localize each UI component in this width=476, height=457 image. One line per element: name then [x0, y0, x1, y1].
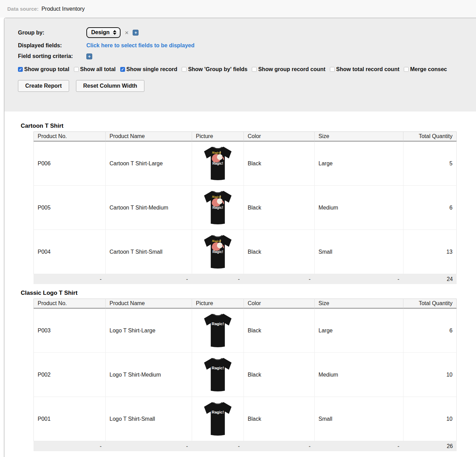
- cell-picture: Magical Ragic!: [192, 186, 244, 230]
- report-area: Cartoon T Shirt Product No. Product Name…: [4, 111, 476, 451]
- total-dash: -: [34, 441, 105, 451]
- datasource-bar: Data source: Product Inventory: [0, 0, 476, 18]
- col-product-name[interactable]: Product Name: [105, 132, 192, 142]
- tshirt-script-text: Magical: [211, 195, 221, 198]
- table-row[interactable]: P001 Logo T Shirt-Small Ragic! Black Sma…: [34, 397, 457, 441]
- total-dash: -: [105, 441, 192, 451]
- cell-size: Large: [314, 142, 403, 186]
- action-buttons-row: Create Report Reset Column Width: [18, 80, 476, 92]
- remove-groupby-icon[interactable]: ×: [125, 29, 128, 36]
- group-by-row: Group by: Design × +: [18, 27, 476, 38]
- cell-product-no: P003: [34, 309, 105, 353]
- table-row[interactable]: P004 Cartoon T Shirt-Small Magical: [34, 230, 457, 274]
- group-by-label: Group by:: [18, 30, 86, 36]
- displayed-fields-label: Displayed fields:: [18, 42, 86, 49]
- cell-color: Black: [244, 309, 314, 353]
- cell-size: Large: [314, 309, 403, 353]
- controls-panel: Group by: Design × + Displayed fields: C…: [4, 18, 476, 111]
- cell-size: Medium: [314, 186, 403, 230]
- table-header-row: Product No. Product Name Picture Color S…: [34, 299, 457, 309]
- total-dash: -: [192, 274, 244, 284]
- cartoon-tshirt-image: Magical Ragic!: [201, 144, 235, 183]
- cell-color: Black: [244, 142, 314, 186]
- col-product-no[interactable]: Product No.: [34, 132, 105, 142]
- cell-picture: Ragic!: [192, 309, 244, 353]
- col-picture[interactable]: Picture: [192, 132, 244, 142]
- total-dash: -: [314, 441, 403, 451]
- checkbox-show-total-record-count[interactable]: ✓ Show total record count: [330, 66, 399, 72]
- field-sorting-label: Field sorting criteria:: [18, 53, 86, 59]
- checkbox-checked-icon[interactable]: ✓: [120, 67, 125, 72]
- tshirt-brand-text: Ragic!: [212, 250, 223, 254]
- cell-color: Black: [244, 186, 314, 230]
- checkbox-unchecked-icon[interactable]: ✓: [252, 67, 257, 72]
- checkbox-show-all-total[interactable]: ✓ Show all total: [74, 66, 116, 72]
- group-total-value: 24: [403, 274, 457, 284]
- table-header-row: Product No. Product Name Picture Color S…: [34, 132, 457, 142]
- checkbox-show-single-record[interactable]: ✓ Show single record: [120, 66, 178, 72]
- report-builder-screen: Data source: Product Inventory Group by:…: [0, 0, 476, 457]
- col-size[interactable]: Size: [314, 132, 403, 142]
- tshirt-brand-text: Ragic!: [212, 162, 223, 165]
- checkbox-merge-consecutive[interactable]: ✓ Merge consec: [404, 66, 447, 72]
- col-color[interactable]: Color: [244, 132, 314, 142]
- cell-total-quantity: 10: [403, 353, 457, 397]
- cell-color: Black: [244, 230, 314, 274]
- add-groupby-button[interactable]: +: [133, 30, 139, 36]
- group-total-row: - - - - - 24: [34, 274, 457, 284]
- cell-product-name: Cartoon T Shirt-Small: [105, 230, 192, 274]
- checkbox-unchecked-icon[interactable]: ✓: [330, 67, 335, 72]
- checkbox-unchecked-icon[interactable]: ✓: [182, 67, 187, 72]
- tshirt-brand-text: Ragic!: [212, 321, 224, 326]
- group-total-row: - - - - - 26: [34, 441, 457, 451]
- cartoon-tshirt-image: Magical Ragic!: [201, 188, 235, 227]
- cell-product-name: Cartoon T Shirt-Medium: [105, 186, 192, 230]
- displayed-fields-row: Displayed fields: Click here to select f…: [18, 42, 476, 49]
- datasource-label: Data source:: [7, 6, 39, 12]
- cell-size: Small: [314, 397, 403, 441]
- checkbox-show-group-record-count[interactable]: ✓ Show group record count: [252, 66, 325, 72]
- col-product-no[interactable]: Product No.: [34, 299, 105, 309]
- logo-tshirt-image: Ragic!: [201, 400, 235, 438]
- tshirt-script-text: Magical: [211, 151, 221, 154]
- col-product-name[interactable]: Product Name: [105, 299, 192, 309]
- group-by-select[interactable]: Design: [86, 27, 121, 38]
- cell-product-no: P005: [34, 186, 105, 230]
- cell-picture: Magical Ragic!: [192, 142, 244, 186]
- checkbox-checked-icon[interactable]: ✓: [18, 67, 23, 72]
- total-dash: -: [192, 441, 244, 451]
- col-size[interactable]: Size: [314, 299, 403, 309]
- group-title: Cartoon T Shirt: [21, 123, 476, 129]
- cell-product-no: P001: [34, 397, 105, 441]
- report-table: Product No. Product Name Picture Color S…: [34, 299, 457, 451]
- table-row[interactable]: P006 Cartoon T Shirt-Large Magical: [34, 142, 457, 186]
- cell-total-quantity: 6: [403, 309, 457, 353]
- tshirt-brand-text: Ragic!: [212, 410, 224, 414]
- table-row[interactable]: P002 Logo T Shirt-Medium Ragic! Black Me…: [34, 353, 457, 397]
- tshirt-brand-text: Ragic!: [212, 366, 224, 370]
- reset-column-width-button[interactable]: Reset Column Width: [76, 80, 144, 92]
- options-row: ✓ Show group total ✓ Show all total ✓ Sh…: [18, 66, 476, 72]
- datasource-value: Product Inventory: [41, 6, 85, 12]
- checkbox-show-groupby-fields[interactable]: ✓ Show 'Group by' fields: [182, 66, 247, 72]
- checkbox-unchecked-icon[interactable]: ✓: [74, 67, 79, 72]
- create-report-button[interactable]: Create Report: [18, 80, 69, 92]
- col-total-quantity[interactable]: Total Quantity: [403, 299, 457, 309]
- col-total-quantity[interactable]: Total Quantity: [403, 132, 457, 142]
- add-sorting-button[interactable]: +: [86, 54, 92, 59]
- cell-picture: Ragic!: [192, 397, 244, 441]
- cell-color: Black: [244, 353, 314, 397]
- col-picture[interactable]: Picture: [192, 299, 244, 309]
- table-row[interactable]: P005 Cartoon T Shirt-Medium Magical: [34, 186, 457, 230]
- group-classic-logo-t-shirt: Classic Logo T Shirt Product No. Product…: [4, 290, 476, 451]
- select-fields-link[interactable]: Click here to select fields to be displa…: [86, 42, 194, 49]
- cell-product-name: Cartoon T Shirt-Large: [105, 142, 192, 186]
- cell-product-name: Logo T Shirt-Small: [105, 397, 192, 441]
- report-table: Product No. Product Name Picture Color S…: [34, 132, 457, 284]
- total-dash: -: [244, 441, 314, 451]
- tshirt-brand-text: Ragic!: [212, 206, 223, 210]
- table-row[interactable]: P003 Logo T Shirt-Large Ragic! Black Lar…: [34, 309, 457, 353]
- checkbox-show-group-total[interactable]: ✓ Show group total: [18, 66, 69, 72]
- checkbox-unchecked-icon[interactable]: ✓: [404, 67, 409, 72]
- col-color[interactable]: Color: [244, 299, 314, 309]
